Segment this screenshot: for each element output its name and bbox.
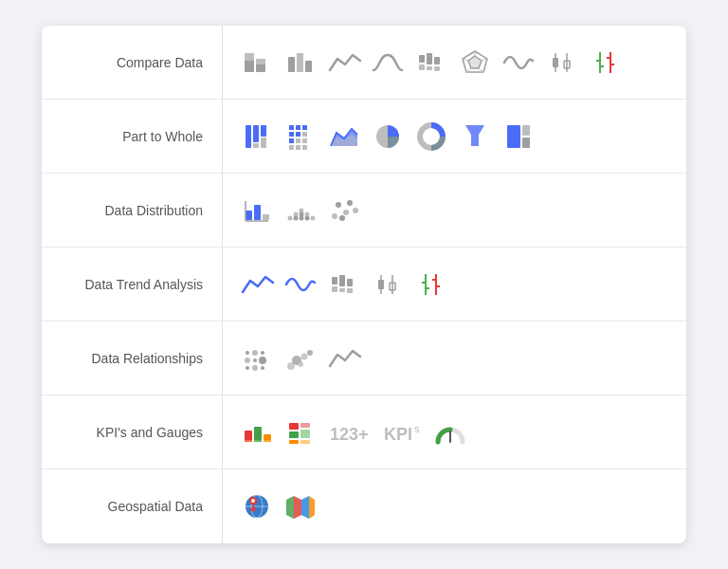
icons-compare-data [223,32,640,93]
svg-rect-77 [347,279,353,286]
area-chart-icon[interactable] [327,119,361,154]
svg-rect-108 [254,440,262,442]
svg-point-97 [261,366,264,370]
row-compare-data: Compare Data [42,26,686,100]
svg-rect-78 [347,288,353,293]
ohlc-trend-icon[interactable] [414,267,448,302]
svg-rect-21 [553,58,558,67]
label-data-distribution: Data Distribution [42,203,222,218]
grouped-bar-icon[interactable] [283,46,318,80]
svg-point-67 [332,213,337,219]
svg-rect-39 [296,132,300,137]
treemap-icon[interactable] [501,119,536,154]
bubble-matrix-icon[interactable] [240,341,274,376]
svg-rect-7 [419,55,425,63]
svg-rect-9 [427,53,432,64]
svg-rect-31 [253,125,259,142]
svg-point-101 [307,350,313,356]
svg-rect-40 [302,132,307,137]
svg-rect-73 [332,277,337,284]
svg-rect-1 [245,53,254,61]
svg-rect-53 [246,211,252,220]
svg-marker-49 [465,125,484,146]
kpi-number-icon[interactable]: 123+ [327,415,373,450]
svg-point-100 [301,353,308,359]
svg-rect-110 [289,423,299,430]
svg-point-72 [339,215,345,221]
svg-rect-111 [289,431,299,438]
gauge-icon[interactable] [433,415,467,450]
svg-rect-75 [339,275,345,286]
kpi-text-icon[interactable]: KPI s [382,415,424,450]
svg-rect-32 [253,143,259,148]
label-compare-data: Compare Data [42,55,222,70]
grid-waffle-icon[interactable] [283,119,318,154]
svg-point-91 [261,351,264,355]
ohlc-icon[interactable] [589,46,623,80]
line-icon[interactable] [327,46,361,80]
curved-line-icon[interactable] [371,46,405,80]
svg-rect-12 [434,66,440,71]
wave-trend-icon[interactable] [283,267,318,302]
candlestick-trend-icon[interactable] [371,267,405,302]
line-trend-icon[interactable] [240,267,274,302]
label-data-relationships: Data Relationships [42,351,222,366]
svg-rect-54 [254,205,261,220]
svg-point-90 [252,350,258,356]
label-data-trend: Data Trend Analysis [42,277,222,292]
geo-globe-icon[interactable] [240,489,274,523]
svg-rect-55 [263,214,269,220]
donut-chart-icon[interactable] [414,119,448,154]
icons-part-to-whole [223,106,553,167]
icons-data-distribution [223,180,378,241]
scatter-icon[interactable] [327,193,361,228]
dot-plot-icon[interactable] [283,193,318,228]
stacked-bar-icon[interactable] [240,46,274,80]
funnel-icon[interactable] [458,119,492,154]
histogram-icon[interactable] [240,193,274,228]
bar-trend-icon[interactable] [327,267,361,302]
scatter-rel-icon[interactable] [283,341,318,376]
svg-rect-50 [507,125,520,148]
svg-rect-74 [332,286,337,292]
diverging-bar-icon[interactable] [414,46,448,80]
svg-rect-8 [419,64,425,70]
label-part-to-whole: Part to Whole [42,129,222,144]
pie-chart-icon[interactable] [371,119,405,154]
row-data-trend: Data Trend Analysis [42,248,686,321]
row-data-relationships: Data Relationships [42,321,686,395]
svg-rect-5 [297,53,303,72]
row-part-to-whole: Part to Whole [42,100,686,174]
svg-point-65 [305,215,310,220]
svg-rect-113 [300,423,310,428]
waffle-icon[interactable] [240,119,274,154]
svg-rect-38 [289,132,294,137]
geo-map-icon[interactable] [283,489,318,523]
kpi-stacked-icon[interactable] [283,415,318,450]
svg-point-93 [253,358,257,362]
svg-text:KPI: KPI [384,425,412,444]
svg-point-92 [245,358,250,363]
candlestick-icon[interactable] [545,46,579,80]
svg-rect-41 [289,138,294,143]
svg-rect-11 [434,57,440,64]
svg-rect-43 [302,138,307,143]
svg-rect-51 [522,125,530,136]
svg-rect-112 [289,440,299,444]
svg-rect-30 [246,125,251,148]
svg-point-102 [298,361,303,367]
svg-rect-115 [300,440,310,444]
kpi-bar-icon[interactable] [240,415,274,450]
radar-icon[interactable] [458,46,492,80]
line-rel-icon[interactable] [327,341,361,376]
svg-point-95 [246,366,249,370]
svg-text:s: s [414,423,420,434]
label-geospatial: Geospatial Data [42,499,222,514]
svg-rect-34 [261,138,266,148]
svg-point-70 [347,200,353,206]
svg-rect-35 [289,125,294,130]
sine-area-icon[interactable] [501,46,536,80]
svg-point-94 [259,357,266,364]
svg-rect-10 [427,66,432,70]
svg-point-89 [246,351,249,355]
